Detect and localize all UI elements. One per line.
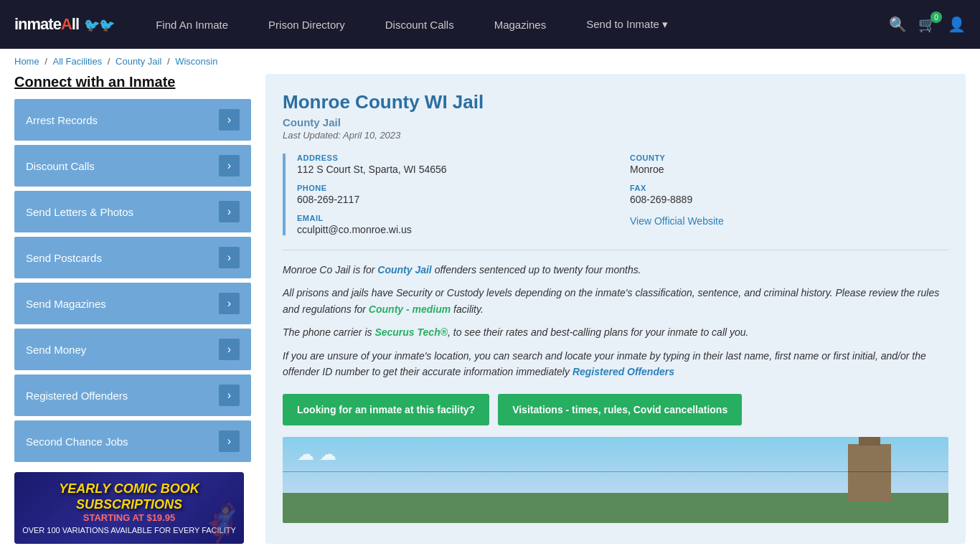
arrow-icon: › — [219, 201, 240, 222]
securus-link[interactable]: Securus Tech® — [374, 326, 448, 338]
building — [848, 444, 891, 501]
county-block: COUNTY Monroe — [630, 154, 948, 175]
building-dome — [859, 437, 880, 446]
info-grid: ADDRESS 112 S Court St, Sparta, WI 54656… — [283, 154, 948, 235]
facility-content: Monroe County WI Jail County Jail Last U… — [265, 74, 966, 544]
description-3: The phone carrier is Securus Tech®, to s… — [283, 324, 948, 340]
ad-figures: 🦸 — [199, 502, 244, 544]
find-inmate-button[interactable]: Looking for an inmate at this facility? — [283, 394, 489, 425]
main-layout: Connect with an Inmate Arrest Records › … — [0, 74, 980, 544]
ad-price: STARTING AT $19.95 — [83, 512, 175, 523]
action-buttons: Looking for an inmate at this facility? … — [283, 394, 948, 425]
logo[interactable]: inmateAll 🐦🐦 — [14, 15, 114, 34]
arrow-icon: › — [219, 385, 240, 406]
address-label: ADDRESS — [297, 154, 616, 162]
county-label: COUNTY — [630, 154, 948, 162]
email-value: cculpitt@co.monroe.wi.us — [297, 224, 616, 235]
nav-discount-calls[interactable]: Discount Calls — [365, 0, 474, 49]
nav-magazines[interactable]: Magazines — [474, 0, 567, 49]
sidebar-item-discount-calls[interactable]: Discount Calls › — [14, 145, 251, 187]
nav-prison-directory[interactable]: Prison Directory — [248, 0, 365, 49]
arrow-icon: › — [219, 155, 240, 176]
arrow-icon: › — [219, 430, 240, 452]
arrow-icon: › — [219, 339, 240, 360]
fax-block: FAX 608-269-8889 — [630, 184, 948, 205]
fax-label: FAX — [630, 184, 948, 192]
sidebar-item-send-letters[interactable]: Send Letters & Photos › — [14, 191, 251, 232]
address-block: ADDRESS 112 S Court St, Sparta, WI 54656 — [297, 154, 616, 175]
nav-links: Find An Inmate Prison Directory Discount… — [136, 0, 889, 49]
facility-image: ☁ ☁ — [283, 437, 948, 523]
sidebar-item-arrest-records[interactable]: Arrest Records › — [14, 99, 251, 141]
ad-banner[interactable]: YEARLY COMIC BOOKSUBSCRIPTIONS STARTING … — [14, 472, 244, 544]
phone-value: 608-269-2117 — [297, 194, 616, 205]
county-value: Monroe — [630, 164, 948, 175]
divider — [283, 250, 948, 250]
main-nav: inmateAll 🐦🐦 Find An Inmate Prison Direc… — [0, 0, 980, 49]
website-block: View Official Website — [630, 214, 948, 235]
description-2: All prisons and jails have Security or C… — [283, 285, 948, 317]
facility-name: Monroe County WI Jail — [283, 91, 948, 113]
breadcrumb-state[interactable]: Wisconsin — [175, 56, 217, 67]
user-icon[interactable]: 👤 — [948, 16, 966, 33]
breadcrumb-home[interactable]: Home — [14, 56, 39, 67]
registered-offenders-link[interactable]: Registered Offenders — [573, 366, 674, 377]
arrow-icon: › — [219, 109, 240, 131]
cart-icon[interactable]: 🛒 0 — [918, 16, 936, 33]
fax-value: 608-269-8889 — [630, 194, 948, 205]
power-lines — [283, 471, 948, 472]
ad-title: YEARLY COMIC BOOKSUBSCRIPTIONS — [59, 481, 199, 512]
cart-badge: 0 — [930, 11, 942, 23]
facility-updated: Last Updated: April 10, 2023 — [283, 130, 948, 141]
nav-send-to-inmate[interactable]: Send to Inmate ▾ — [566, 0, 688, 49]
cloud-decoration: ☁ ☁ — [297, 444, 336, 464]
facility-type: County Jail — [283, 116, 948, 128]
address-value: 112 S Court St, Sparta, WI 54656 — [297, 164, 616, 175]
sidebar-item-second-chance-jobs[interactable]: Second Chance Jobs › — [14, 420, 251, 462]
email-block: EMAIL cculpitt@co.monroe.wi.us — [297, 214, 616, 235]
nav-find-inmate[interactable]: Find An Inmate — [136, 0, 248, 49]
phone-label: PHONE — [297, 184, 616, 192]
sidebar-item-send-magazines[interactable]: Send Magazines › — [14, 283, 251, 324]
logo-text: inmateAll 🐦🐦 — [14, 15, 114, 34]
description-1: Monroe Co Jail is for County Jail offend… — [283, 262, 948, 278]
breadcrumb-all-facilities[interactable]: All Facilities — [53, 56, 103, 67]
sidebar-item-send-postcards[interactable]: Send Postcards › — [14, 237, 251, 278]
sidebar: Connect with an Inmate Arrest Records › … — [14, 74, 251, 544]
breadcrumb-county-jail[interactable]: County Jail — [116, 56, 161, 67]
county-medium-link[interactable]: County - medium — [369, 303, 451, 315]
arrow-icon: › — [219, 247, 240, 268]
sidebar-title: Connect with an Inmate — [14, 74, 251, 90]
email-label: EMAIL — [297, 214, 616, 222]
phone-block: PHONE 608-269-2117 — [297, 184, 616, 205]
county-jail-link[interactable]: County Jail — [377, 264, 431, 276]
visitations-button[interactable]: Visitations - times, rules, Covid cancel… — [498, 394, 742, 425]
description-4: If you are unsure of your inmate's locat… — [283, 348, 948, 380]
sidebar-item-send-money[interactable]: Send Money › — [14, 329, 251, 370]
search-icon[interactable]: 🔍 — [889, 16, 907, 33]
sidebar-item-registered-offenders[interactable]: Registered Offenders › — [14, 375, 251, 416]
nav-icons: 🔍 🛒 0 👤 — [889, 16, 966, 33]
arrow-icon: › — [219, 293, 240, 314]
breadcrumb: Home / All Facilities / County Jail / Wi… — [0, 49, 980, 74]
official-website-link[interactable]: View Official Website — [630, 215, 724, 227]
